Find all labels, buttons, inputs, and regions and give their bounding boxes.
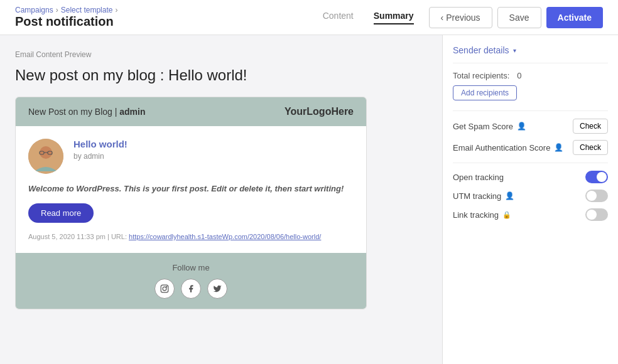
link-tracking-label: Link tracking 🔒 <box>453 210 511 220</box>
breadcrumb-campaigns[interactable]: Campaigns <box>15 6 53 14</box>
utm-tracking-label: UTM tracking 👤 <box>453 191 514 201</box>
email-logo-text: YourLogo <box>285 106 331 117</box>
main-layout: Email Content Preview New post on my blo… <box>0 35 618 364</box>
email-header-title-text: New Post on my Blog | <box>28 107 117 117</box>
post-title: Hello world! <box>73 139 127 149</box>
twitter-icon[interactable] <box>207 279 227 299</box>
tab-summary[interactable]: Summary <box>374 11 414 24</box>
recipients-row: Total recipients: 0 <box>453 71 608 80</box>
spam-score-text: Get Spam Score <box>453 122 513 131</box>
open-tracking-text: Open tracking <box>453 173 504 182</box>
email-header-title-bold: admin <box>119 107 145 117</box>
email-logo: YourLogoHere <box>285 106 354 117</box>
post-meta: Hello world! by admin <box>73 139 127 174</box>
breadcrumb-select-template[interactable]: Select template <box>61 6 113 14</box>
auth-score-text: Email Authentication Score <box>453 143 550 153</box>
facebook-icon[interactable] <box>181 279 201 299</box>
instagram-icon[interactable] <box>154 279 175 299</box>
open-tracking-row: Open tracking <box>453 171 608 183</box>
breadcrumb-sep2: › <box>115 6 117 14</box>
link-tracking-text: Link tracking <box>453 210 499 220</box>
sender-details-label: Sender details <box>453 45 509 55</box>
auth-score-row: Email Authentication Score 👤 Check <box>453 140 608 155</box>
post-author: by admin <box>73 152 127 161</box>
previous-button[interactable]: ‹ Previous <box>429 7 492 28</box>
divider-3 <box>453 163 608 163</box>
preview-label: Email Content Preview <box>15 50 427 59</box>
email-body: Hello world! by admin Welcome to WordPre… <box>16 126 366 253</box>
spam-check-button[interactable]: Check <box>573 119 608 134</box>
svg-point-6 <box>163 287 166 291</box>
utm-info-icon: 👤 <box>505 191 514 200</box>
post-date: August 5, 2020 11:33 pm | URL: <box>28 233 127 240</box>
spam-score-label: Get Spam Score 👤 <box>453 122 526 131</box>
email-subject: New post on my blog : Hello world! <box>15 67 427 84</box>
auth-score-label: Email Authentication Score 👤 <box>453 143 563 153</box>
post-excerpt: Welcome to WordPress. This is your first… <box>28 184 354 193</box>
email-header: New Post on my Blog | admin YourLogoHere <box>16 97 366 126</box>
email-post: Hello world! by admin <box>28 139 354 174</box>
open-tracking-toggle[interactable] <box>585 171 608 183</box>
sidebar: Sender details ▾ Total recipients: 0 Add… <box>442 35 618 364</box>
svg-rect-5 <box>161 285 168 292</box>
svg-point-7 <box>166 286 167 287</box>
email-card: New Post on my Blog | admin YourLogoHere <box>15 97 367 309</box>
utm-tracking-toggle[interactable] <box>585 190 608 202</box>
read-more-button[interactable]: Read more <box>28 203 94 223</box>
breadcrumb-sep1: › <box>56 6 58 14</box>
link-tracking-row: Link tracking 🔒 <box>453 208 608 221</box>
lock-icon: 🔒 <box>502 211 511 219</box>
link-tracking-toggle[interactable] <box>585 208 608 221</box>
tab-content[interactable]: Content <box>323 11 354 24</box>
post-url[interactable]: https://cowardlyhealth.s1-tasteWp.com/20… <box>129 233 321 240</box>
follow-label: Follow me <box>26 263 356 272</box>
add-recipients-button[interactable]: Add recipients <box>453 85 517 100</box>
open-tracking-label: Open tracking <box>453 173 504 182</box>
email-logo-bold: Here <box>331 106 354 117</box>
sender-details-header[interactable]: Sender details ▾ <box>453 45 608 55</box>
total-recipients-label: Total recipients: <box>453 71 509 80</box>
nav-tabs: Content Summary <box>323 11 414 24</box>
breadcrumb: Campaigns › Select template › <box>15 6 323 14</box>
save-button[interactable]: Save <box>497 7 541 28</box>
auth-info-icon: 👤 <box>554 143 563 152</box>
email-footer: Follow me <box>16 253 366 309</box>
content-area: Email Content Preview New post on my blo… <box>0 35 442 364</box>
header: Campaigns › Select template › Post notif… <box>0 0 618 35</box>
spam-info-icon: 👤 <box>517 122 526 131</box>
email-header-title: New Post on my Blog | admin <box>28 107 146 117</box>
social-icons <box>26 279 356 299</box>
chevron-down-icon: ▾ <box>513 47 516 54</box>
divider <box>453 63 608 63</box>
utm-tracking-text: UTM tracking <box>453 191 501 201</box>
divider-2 <box>453 110 608 111</box>
avatar <box>28 139 63 174</box>
auth-check-button[interactable]: Check <box>573 140 608 155</box>
header-actions: ‹ Previous Save Activate <box>429 7 603 28</box>
sender-details-section: Sender details ▾ Total recipients: 0 Add… <box>453 45 608 100</box>
header-left: Campaigns › Select template › Post notif… <box>15 6 323 29</box>
page-title: Post notification <box>15 14 323 29</box>
total-recipients-count: 0 <box>517 71 521 80</box>
utm-tracking-row: UTM tracking 👤 <box>453 190 608 202</box>
activate-button[interactable]: Activate <box>546 7 603 28</box>
spam-score-row: Get Spam Score 👤 Check <box>453 119 608 134</box>
post-footer: August 5, 2020 11:33 pm | URL: https://c… <box>28 233 354 240</box>
